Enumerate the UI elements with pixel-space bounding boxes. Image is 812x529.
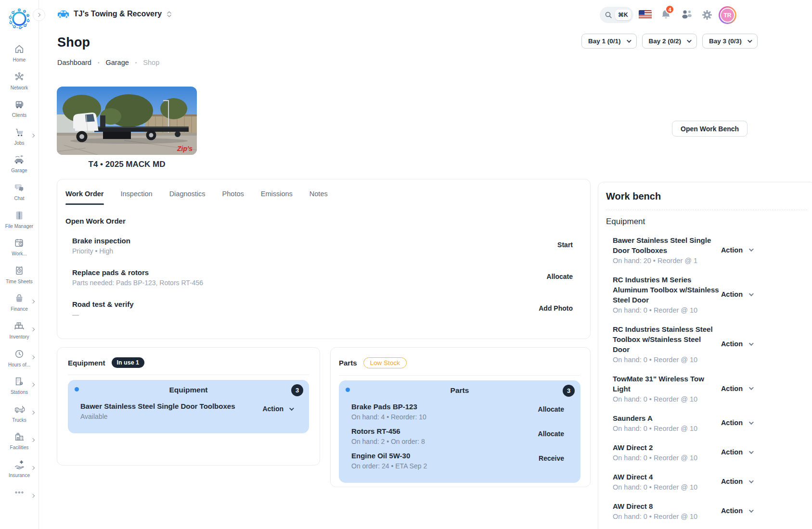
work-bench-action-dropdown[interactable]: Action [721, 478, 752, 485]
work-order-task-subtitle: Parts needed: Pads BP-123, Rotors RT-456 [72, 279, 203, 287]
parts-group[interactable]: Parts 3 Brake Pads BP-123 On hand: 4 • R… [339, 380, 580, 483]
work-bench-item-stock: On hand: 20 • Reorder @ 1 [613, 257, 720, 264]
sidebar-item-time-sheets[interactable]: Time Sheets [0, 265, 39, 293]
user-avatar[interactable]: TR [719, 6, 736, 24]
tab-photos[interactable]: Photos [222, 190, 244, 201]
us-flag-icon[interactable] [639, 10, 652, 19]
work-bench-item-stock: On hand: 0 • Reorder @ 10 [613, 356, 720, 364]
cart-icon [14, 126, 25, 138]
work-order-task-title: Replace pads & rotors [72, 268, 203, 277]
chevron-down-icon [749, 341, 754, 346]
parts-action-button[interactable]: Allocate [538, 405, 564, 413]
boxes-icon [13, 320, 25, 332]
search-icon [605, 11, 612, 19]
sidebar-item-finance[interactable]: Finance [0, 292, 39, 320]
sidebar-item-trucks[interactable]: Trucks [0, 403, 39, 431]
bay-dropdown[interactable]: Bay 1 (0/1) [581, 34, 637, 49]
parts-count-badge: 3 [563, 385, 575, 397]
company-selector[interactable]: TJ's Towing & Recovery [57, 9, 171, 19]
work-bench-title: Work bench [606, 191, 812, 202]
work-bench-action-dropdown[interactable]: Action [721, 246, 752, 254]
equipment-card-title: Equipment [68, 359, 105, 367]
work-order-action-button[interactable]: Add Photo [539, 304, 573, 312]
sidebar-item-file-manager[interactable]: File Manager [0, 210, 39, 238]
work-bench-item-stock: On hand: 0 • Reorder @ 10 [613, 513, 720, 520]
bay-dropdown[interactable]: Bay 3 (0/3) [702, 34, 758, 49]
tab-inspection[interactable]: Inspection [121, 190, 153, 201]
parts-item: Rotors RT-456 On hand: 2 • On order: 8 A… [351, 427, 564, 445]
sidebar-item-inventory[interactable]: Inventory [0, 320, 39, 348]
chevron-down-icon [749, 247, 754, 252]
low-stock-badge: Low Stock [363, 357, 407, 368]
building-pin-icon [14, 376, 25, 387]
in-use-badge: In use 1 [112, 357, 145, 368]
work-bench-item: Bawer Stainless Steel Single Door Toolbo… [613, 235, 812, 264]
parts-action-button[interactable]: Allocate [538, 430, 564, 438]
work-bench-action-dropdown[interactable]: Action [721, 507, 752, 515]
sidebar-item-hours-of-operation[interactable]: Hours of... [0, 348, 39, 376]
global-search[interactable]: ⌘K [600, 7, 633, 23]
work-order-row: Brake inspection Priority • High Start [72, 237, 573, 255]
tab-notes[interactable]: Notes [309, 190, 328, 201]
parts-action-button[interactable]: Receive [539, 454, 564, 462]
work-bench-item-name: AW Direct 4 [613, 472, 720, 482]
sidebar-item-clients[interactable]: Clients [0, 99, 39, 126]
work-bench-item: AW Direct 2 On hand: 0 • Reorder @ 10 Ac… [613, 442, 812, 462]
work-bench-item-name: AW Direct 2 [613, 442, 720, 453]
bay-dropdown[interactable]: Bay 2 (0/2) [642, 34, 697, 49]
breadcrumb-dashboard[interactable]: Dashboard [57, 59, 91, 66]
work-bench-item: AW Direct 8 On hand: 0 • Reorder @ 10 Ac… [613, 501, 812, 520]
work-bench-item-name: RC Industries Stainless Steel Toolbox w/… [613, 324, 720, 354]
sidebar-item-stations[interactable]: Stations [0, 376, 39, 403]
equipment-action-dropdown[interactable]: Action [262, 405, 293, 413]
work-order-action-button[interactable]: Allocate [547, 273, 573, 280]
car-icon [57, 9, 69, 19]
breadcrumb-garage[interactable]: Garage [105, 59, 129, 66]
chevron-right-icon [31, 491, 34, 499]
more-dots-icon [14, 487, 25, 498]
sidebar-item-facilities[interactable]: Facilities [0, 431, 39, 459]
sidebar-item-work-orders[interactable]: Work... [0, 237, 39, 265]
tab-work-order[interactable]: Work Order [65, 190, 104, 201]
sidebar-item-jobs[interactable]: Jobs [0, 126, 39, 154]
sidebar-item-more[interactable] [0, 487, 39, 515]
clock-icon [14, 348, 25, 360]
work-bench-action-dropdown[interactable]: Action [721, 340, 752, 348]
settings-button[interactable] [702, 10, 712, 20]
work-order-action-button[interactable]: Start [557, 241, 573, 249]
parts-item-name: Rotors RT-456 [351, 427, 425, 435]
equipment-group[interactable]: Equipment 3 Bawer Stainless Steel Single… [68, 380, 309, 433]
sidebar-item-insurance[interactable]: Insurance [0, 459, 39, 487]
work-bench-item-name: TowMate 31" Wireless Tow Light [613, 374, 720, 394]
work-bench-action-dropdown[interactable]: Action [721, 290, 752, 298]
network-icon [14, 71, 25, 83]
breadcrumb-separator: • [135, 60, 137, 65]
sort-chevrons-icon [167, 11, 171, 17]
vehicle-caption: T4 • 2025 MACK MD [57, 160, 197, 169]
chevron-down-icon [289, 406, 294, 411]
users-button[interactable] [681, 9, 693, 20]
sidebar-item-network[interactable]: Network [0, 71, 39, 99]
tab-emissions[interactable]: Emissions [261, 190, 293, 201]
open-work-bench-button[interactable]: Open Work Bench [672, 121, 748, 137]
work-bench-item: Saunders A On hand: 0 • Reorder @ 10 Act… [613, 413, 812, 432]
work-bench-action-dropdown[interactable]: Action [721, 419, 752, 427]
chevron-down-icon [627, 38, 632, 43]
chevron-down-icon [748, 38, 752, 43]
tab-diagnostics[interactable]: Diagnostics [169, 190, 206, 201]
sidebar-item-home[interactable]: Home [0, 43, 39, 71]
sidebar-collapse-button[interactable] [33, 9, 45, 21]
sidebar-item-chat[interactable]: Chat [0, 182, 39, 210]
chevron-right-icon [31, 352, 34, 361]
bus-icon [14, 99, 25, 110]
chevron-down-icon [687, 38, 692, 43]
work-bench-action-dropdown[interactable]: Action [721, 385, 752, 392]
work-order-card: Work Order Inspection Diagnostics Photos… [57, 179, 591, 339]
equipment-card: Equipment In use 1 Equipment 3 Bawer Sta… [57, 347, 320, 466]
parts-item: Engine Oil 5W-30 On order: 24 • ETA Sep … [351, 452, 564, 470]
users-icon [681, 9, 693, 20]
sidebar-item-garage[interactable]: Garage [0, 154, 39, 182]
work-bench-action-dropdown[interactable]: Action [721, 448, 752, 456]
notifications-button[interactable]: 4 [660, 9, 671, 20]
vehicle-photo[interactable]: Zip's [57, 87, 197, 155]
